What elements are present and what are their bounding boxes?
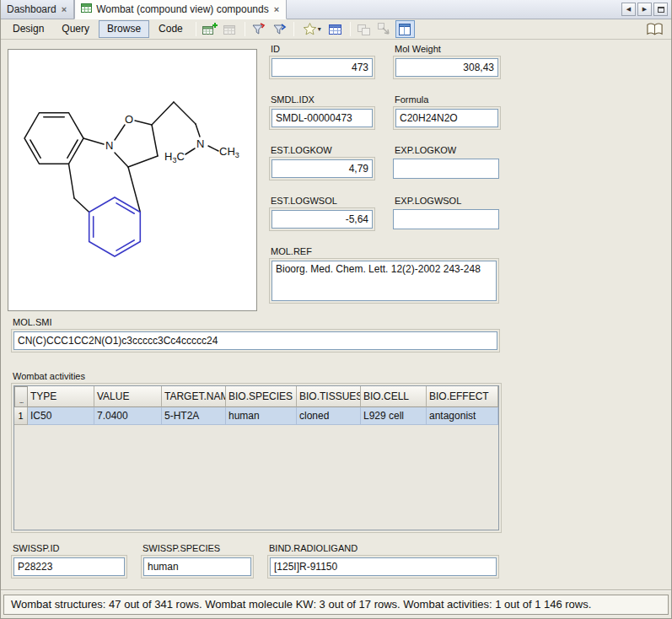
maximize-icon — [658, 7, 664, 13]
status-divider — [1, 589, 671, 591]
toolbar-separator — [293, 22, 294, 36]
mol-smi-field[interactable]: CN(C)CCC1CC2N(O1)c3ccccc3Cc4ccccc24 — [13, 331, 497, 350]
molecule-structure-viewer[interactable]: N O N CH3 H3C — [8, 49, 257, 311]
help-book-button[interactable] — [645, 20, 664, 38]
cell-bio-tissuesou[interactable]: cloned — [297, 407, 361, 425]
design-mode-button[interactable]: Design — [4, 20, 52, 38]
exp-logkow-label: EXP.LOGKOW — [395, 145, 499, 156]
scroll-tabs-right-button[interactable]: ▶ — [637, 3, 652, 16]
mol-smi-field-group: MOL.SMI CN(C)CCC1CC2N(O1)c3ccccc3Cc4cccc… — [11, 317, 500, 353]
exp-logwsol-field[interactable] — [393, 209, 499, 229]
view-toolbar: Design Query Browse Code — [1, 19, 671, 40]
filter-add-icon — [250, 21, 267, 38]
cell-bio-species[interactable]: human — [226, 407, 297, 425]
toolbar-separator — [350, 22, 351, 36]
tab-wombat-label: Wombat (compound view) compounds — [96, 3, 269, 15]
mol-ref-field-group: MOL.REF Bioorg. Med. Chem. Lett. 12(2)-2… — [269, 246, 499, 304]
atom-label-n: N — [105, 139, 113, 152]
toolbar-separator — [196, 22, 196, 36]
id-field[interactable]: 473 — [271, 58, 373, 77]
activities-table[interactable]: ... TYPE VALUE TARGET.NAME BIO.SPECIES B… — [13, 385, 499, 530]
activities-section: Wombat activities ... TYPE VALUE TARGET.… — [11, 371, 502, 533]
table-corner-button[interactable]: ... — [14, 386, 28, 407]
cell-bio-cell[interactable]: L929 cell — [361, 407, 427, 425]
form-view-toggle-button[interactable] — [395, 20, 415, 38]
browse-mode-button[interactable]: Browse — [99, 20, 149, 38]
col-header-bio-species[interactable]: BIO.SPECIES — [226, 386, 297, 407]
col-header-bio-effect[interactable]: BIO.EFFECT — [427, 386, 498, 407]
tab-dashboard-label: Dashboard — [7, 3, 56, 15]
est-logkow-field[interactable]: 4,79 — [271, 159, 373, 178]
export-view-button[interactable] — [375, 20, 395, 38]
lists-favorites-button[interactable]: ▾ — [298, 20, 325, 38]
col-header-bio-cell[interactable]: BIO.CELL — [361, 386, 427, 407]
edit-grid-view-icon — [222, 21, 239, 38]
col-header-bio-tissuesou[interactable]: BIO.TISSUESOU — [297, 386, 361, 407]
filter-run-icon — [271, 21, 288, 38]
table-row[interactable]: 1 IC50 7.0400 5-HT2A human cloned L929 c… — [14, 407, 498, 425]
application-window: Dashboard × Wombat (compound view) compo… — [0, 0, 672, 619]
scroll-tabs-left-button[interactable]: ◀ — [621, 3, 636, 16]
bind-radioligand-field[interactable]: [125I]R-91150 — [270, 557, 497, 576]
windows-icon — [356, 21, 373, 38]
compound-form: N O N CH3 H3C ID 473 Mol Weight 308,43 S… — [1, 40, 671, 589]
swissp-id-field-group: SWISSP.ID P28223 — [11, 543, 127, 579]
code-mode-button[interactable]: Code — [150, 20, 191, 38]
col-header-target-name[interactable]: TARGET.NAME — [162, 386, 226, 407]
smdl-idx-field[interactable]: SMDL-00000473 — [271, 109, 373, 127]
chevron-down-icon: ▾ — [318, 25, 321, 33]
atom-label-amine-n: N — [196, 137, 204, 150]
edit-grid-view-button[interactable] — [221, 20, 240, 38]
cell-type[interactable]: IC50 — [28, 407, 94, 425]
mol-weight-field-group: Mol Weight 308,43 — [393, 44, 501, 79]
mol-smi-label: MOL.SMI — [13, 317, 500, 328]
new-grid-view-button[interactable] — [201, 20, 220, 38]
id-field-group: ID 473 — [269, 44, 375, 79]
swissp-species-label: SWISSP.SPECIES — [142, 543, 254, 554]
book-icon — [646, 22, 664, 37]
atom-label-o: O — [125, 113, 133, 126]
formula-field-group: Formula C20H24N2O — [393, 94, 501, 130]
close-icon[interactable]: × — [61, 4, 67, 14]
blue-grid-icon — [327, 21, 344, 38]
new-query-filter-button[interactable] — [250, 20, 269, 38]
molecule-structure-drawing: N O N CH3 H3C — [8, 50, 256, 310]
star-icon — [303, 22, 317, 36]
query-mode-button[interactable]: Query — [53, 20, 98, 38]
open-grid-widget-button[interactable] — [326, 20, 346, 38]
col-header-value[interactable]: VALUE — [94, 386, 162, 407]
est-logkow-label: EST.LOGKOW — [271, 145, 375, 156]
formula-field[interactable]: C20H24N2O — [395, 109, 498, 127]
bind-radioligand-field-group: BIND.RADIOLIGAND [125I]R-91150 — [267, 543, 499, 579]
status-bar: Wombat structures: 47 out of 341 rows. W… — [3, 595, 669, 615]
smdl-idx-label: SMDL.IDX — [271, 94, 375, 105]
windows-layout-button[interactable] — [355, 20, 374, 38]
document-tab-bar: Dashboard × Wombat (compound view) compo… — [1, 0, 671, 19]
est-logwsol-field[interactable]: -5,64 — [271, 210, 373, 229]
exp-logwsol-field-group: EXP.LOGWSOL — [393, 196, 499, 229]
exp-logwsol-label: EXP.LOGWSOL — [395, 196, 499, 207]
form-view-icon — [396, 21, 413, 38]
mol-ref-field[interactable]: Bioorg. Med. Chem. Lett. 12(2)-2002 243-… — [271, 261, 497, 301]
methyl-label-right: CH3 — [219, 145, 239, 159]
tab-wombat-compound-view[interactable]: Wombat (compound view) compounds × — [74, 0, 287, 19]
mol-weight-label: Mol Weight — [395, 44, 501, 55]
activities-label: Wombat activities — [13, 371, 502, 382]
swissp-id-field[interactable]: P28223 — [13, 557, 125, 576]
col-header-type[interactable]: TYPE — [28, 386, 94, 407]
tab-dashboard[interactable]: Dashboard × — [1, 0, 74, 19]
est-logkow-field-group: EST.LOGKOW 4,79 — [269, 145, 375, 180]
exp-logkow-field[interactable] — [393, 159, 499, 179]
swissp-species-field[interactable]: human — [143, 557, 251, 576]
mol-weight-field[interactable]: 308,43 — [395, 58, 498, 77]
cell-target-name[interactable]: 5-HT2A — [162, 407, 226, 425]
cell-bio-effect[interactable]: antagonist — [427, 407, 498, 425]
swissp-id-label: SWISSP.ID — [13, 543, 127, 554]
maximize-window-button[interactable] — [653, 3, 668, 16]
formula-label: Formula — [395, 94, 501, 105]
run-query-filter-button[interactable] — [270, 20, 289, 38]
status-text: Wombat structures: 47 out of 341 rows. W… — [11, 598, 591, 611]
cell-value[interactable]: 7.0400 — [94, 407, 162, 425]
close-icon[interactable]: × — [273, 4, 280, 14]
mol-ref-label: MOL.REF — [271, 246, 499, 257]
